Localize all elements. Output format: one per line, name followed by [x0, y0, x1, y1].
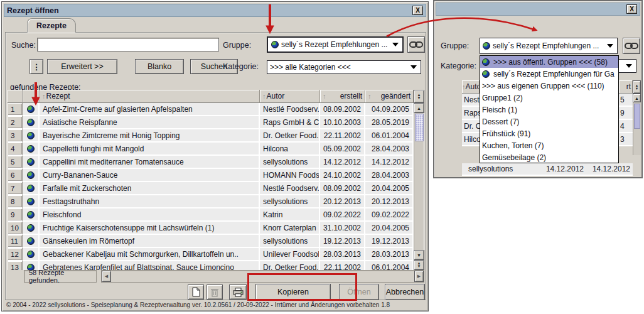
cancel-button[interactable]: Abbrechen [385, 284, 425, 300]
table-row[interactable]: 2 Asiatische ReispfanneRaps GmbH & C.. 1… [8, 116, 414, 129]
group-combobox-open[interactable]: selly´s Rezept Empfehlungen ... [480, 38, 618, 54]
fragment-digit: 9 [619, 107, 633, 120]
recipe-modified: 20.04.2005 [365, 222, 414, 235]
recipe-created: 10.10.2003 [320, 116, 365, 129]
scroll-up-icon[interactable]: ▲ [414, 103, 424, 113]
recipe-author: Nestlé Foodserv.. [260, 103, 320, 116]
scroll-up-icon[interactable]: ▲ [633, 94, 641, 102]
recipe-created: 09.02.2022 [320, 208, 365, 222]
recipe-author: sellysolutions [260, 235, 320, 248]
category-combobox[interactable]: >>> alle Kategorien <<< [267, 60, 421, 74]
dropdown-item[interactable]: Gemüsebeilage (2) [480, 151, 618, 163]
dots-menu-button[interactable]: ⋮ [30, 59, 43, 74]
globe-icon [27, 211, 35, 219]
recipe-name: Asiatische Reispfanne [40, 116, 260, 129]
table-row[interactable]: 8 Festtagstruthahnsellysolutions 20.12.2… [8, 195, 414, 208]
delete-recipe-button[interactable] [207, 284, 223, 300]
globe-icon [27, 237, 35, 245]
table-row[interactable]: 9 FleischfondKatrin 09.02.202209.02.2022 [8, 208, 414, 222]
scroll-left-icon[interactable]: ◀ [102, 271, 111, 282]
search-input[interactable] [37, 38, 219, 51]
scrollbar-thumb[interactable] [634, 104, 640, 129]
dropdown-item[interactable]: Dessert (7) [480, 116, 618, 127]
sort-arrow-icon: ↑ [262, 92, 266, 100]
table-row[interactable]: 12 Gebackener Kabeljau mit Schmorgurken,… [8, 248, 414, 261]
new-recipe-button[interactable] [188, 284, 204, 300]
table-row[interactable]: 7 Farfalle mit ZuckerschotenNestlé Foods… [8, 182, 414, 195]
table-row[interactable]: 1 Apfel-Zimt-Creme auf glasierten Apfels… [8, 103, 414, 116]
table-row[interactable]: 11 Gänsekeulen im Römertopfsellysolution… [8, 235, 414, 248]
globe-icon [27, 251, 35, 258]
globe-icon [27, 171, 35, 179]
globe-icon [27, 224, 35, 232]
dropdown-arrow-icon [626, 64, 632, 68]
recipe-modified: 14.12.2012 [365, 156, 414, 169]
dropdown-item[interactable]: selly´s Rezept Empfehlungen für Ga [480, 68, 618, 80]
fragment-digit: 3 [619, 133, 633, 146]
group-combobox[interactable]: selly´s Rezept Empfehlungen ... [267, 36, 404, 53]
chain-link-icon [409, 41, 423, 48]
recipe-name: Festtagstruthahn [40, 195, 260, 208]
row-number: 12 [8, 248, 23, 261]
sort-arrow-icon: ↑ [42, 92, 46, 100]
dropdown-item[interactable]: Frühstück (91) [480, 127, 618, 139]
tab-rezepte[interactable]: Rezepte [27, 18, 76, 33]
recipe-modified: 28.04.2003 [365, 143, 414, 156]
fragment-bottom-author: sellysolutions [462, 163, 537, 176]
recipe-modified: 04.09.2005 [365, 103, 414, 116]
close-icon[interactable]: X [626, 4, 637, 14]
new-document-icon [192, 287, 200, 297]
close-icon[interactable]: X [412, 6, 423, 15]
row-number: 7 [8, 182, 23, 195]
row-number: 11 [8, 235, 23, 248]
fragment-author: Hilcon [462, 133, 480, 146]
link-group-button[interactable] [407, 36, 425, 53]
header-recipe[interactable]: ↑Rezept [40, 90, 260, 103]
extended-button[interactable]: Erweitert >> [47, 59, 117, 74]
row-number: 6 [8, 169, 23, 182]
scrollbar-thumb[interactable] [415, 114, 424, 141]
sort-both-icon[interactable]: ▲▼ [414, 260, 424, 270]
scroll-down-icon[interactable]: ▼ [414, 250, 424, 260]
globe-icon [27, 185, 35, 192]
sort-both-icon[interactable]: ▲▼ [633, 80, 641, 94]
status-text: 58 Rezepte gefunden. [24, 270, 97, 283]
table-row[interactable]: 10 Fruchtige Kaiserschotensuppe mit Lach… [8, 222, 414, 235]
recipe-created: 28.03.2013 [320, 248, 365, 261]
globe-icon [482, 58, 490, 66]
recipe-name: Fleischfond [40, 208, 260, 222]
row-number: 3 [8, 129, 23, 143]
sort-both-icon[interactable]: ▲▼ [414, 90, 424, 103]
table-row[interactable]: 3 Bayerische Zimtcreme mit Honig Topping… [8, 129, 414, 143]
header-created[interactable]: ↑erstellt [320, 90, 365, 103]
recipe-name: Fruchtige Kaiserschotensuppe mit Lachswü… [40, 222, 260, 235]
recipe-created: 14.12.2012 [320, 156, 365, 169]
group-dropdown-popup: >>> aus öffentl. Gruppen <<< (58) selly´… [480, 55, 619, 163]
table-row[interactable]: 5 Cappellini mit mediterraner Tomatensau… [8, 156, 414, 169]
print-button[interactable] [229, 284, 247, 300]
table-row[interactable]: 6 Curry-Bananen-SauceHOMANN Foods.. 24.1… [8, 169, 414, 182]
globe-icon [27, 145, 35, 153]
recipe-created: 20.12.2013 [320, 195, 365, 208]
dropdown-item[interactable]: Fleisch (1) [480, 104, 618, 116]
table-row[interactable]: 4 Cappelletti funghi mit MangoldHilcona … [8, 143, 414, 156]
dropdown-item[interactable]: >>> aus öffentl. Gruppen <<< (58) [480, 56, 618, 68]
link-group-button[interactable] [623, 38, 640, 54]
blank-button[interactable]: Blanko [135, 59, 184, 74]
recipe-modified: 06.01.2004 [365, 261, 414, 270]
detail-titlebar: X [436, 3, 640, 16]
globe-icon [27, 198, 35, 205]
fragment-author: Nestlé [462, 94, 480, 107]
globe-icon [483, 42, 490, 50]
dropdown-item[interactable]: >>> aus eigenen Gruppen <<< (110) [480, 80, 618, 92]
scroll-right-icon[interactable]: ▶ [414, 271, 424, 282]
header-modified[interactable]: ↑geändert [365, 90, 414, 103]
globe-icon [271, 41, 279, 48]
dropdown-item[interactable]: Kuchen, Torten (7) [480, 139, 618, 151]
dropdown-item[interactable]: Gruppe1 (2) [480, 92, 618, 104]
recipe-created: 08.09.2002 [320, 182, 365, 195]
scrollbar-track[interactable] [414, 113, 424, 250]
header-author[interactable]: ↑Autor [260, 90, 320, 103]
group-combobox-value: selly´s Rezept Empfehlungen ... [493, 41, 599, 50]
scrollbar-track[interactable] [633, 102, 641, 155]
